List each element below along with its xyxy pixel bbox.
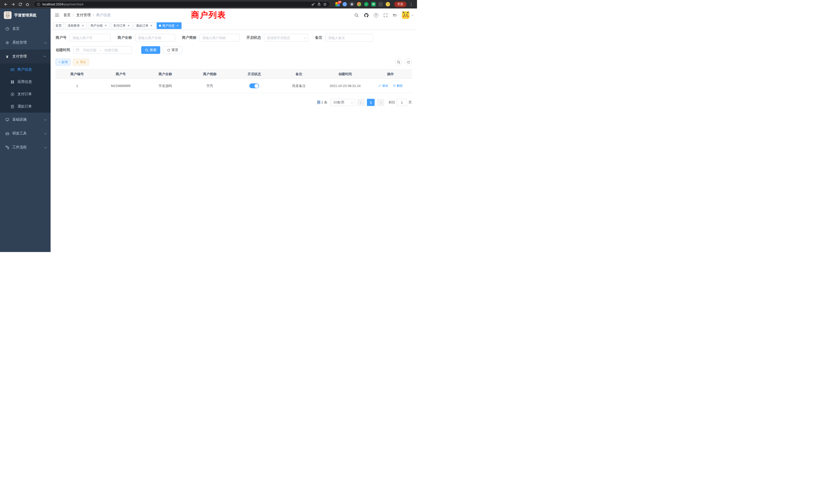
submenu-item-pay-order[interactable]: 支付订单: [0, 88, 50, 100]
header-search-icon[interactable]: [354, 13, 359, 18]
tab-process-form[interactable]: 流程表单×: [65, 22, 87, 29]
breadcrumb-payment[interactable]: 支付管理: [76, 13, 91, 18]
sidebar-item-home[interactable]: 首页: [0, 22, 50, 36]
extension-grid-icon[interactable]: 10: [335, 2, 340, 6]
password-key-icon[interactable]: [311, 2, 315, 6]
chevron-down-icon: [44, 146, 47, 148]
browser-menu-icon[interactable]: ⋮: [408, 2, 414, 7]
col-header: 商户编号: [56, 70, 98, 79]
help-icon[interactable]: ?: [374, 13, 378, 18]
date-range-picker[interactable]: -: [73, 46, 132, 54]
start-date-input[interactable]: [80, 48, 99, 52]
refresh-icon: [167, 48, 170, 52]
extension-drop-icon[interactable]: [343, 2, 347, 6]
delete-link[interactable]: 删除: [393, 84, 403, 88]
close-icon[interactable]: ×: [104, 24, 107, 27]
app-logo[interactable]: 芋道管理系统: [0, 8, 50, 22]
sidebar-item-system[interactable]: 系统管理: [0, 36, 50, 49]
search-button-label: 搜索: [150, 48, 156, 52]
browser-forward-button[interactable]: [10, 1, 17, 8]
font-size-icon[interactable]: TT: [393, 13, 397, 18]
sidebar-item-payment[interactable]: ¥ 支付管理: [0, 49, 50, 63]
payment-submenu: 商户信息 应用信息 支付订单 退款订单: [0, 63, 50, 113]
app-shell: 芋道管理系统 首页 系统管理 ¥ 支付管理: [0, 8, 417, 252]
sidebar-item-devtools[interactable]: 研发工具: [0, 127, 50, 140]
dashboard-icon: [5, 27, 9, 31]
status-select-input[interactable]: [264, 34, 308, 42]
page-content: 商户号 商户全称 商户简称 开启状态: [50, 30, 417, 252]
url-bar[interactable]: localhost:1024/pay/merchant: [34, 1, 330, 7]
sidebar-item-infrastructure[interactable]: 基础设施: [0, 113, 50, 127]
pagination-total-rest: 1 条: [321, 100, 327, 104]
search-button[interactable]: 搜索: [141, 46, 160, 54]
edit-link[interactable]: 修改: [378, 84, 388, 88]
breadcrumb-home[interactable]: 首页: [63, 13, 71, 18]
close-icon[interactable]: ×: [127, 24, 130, 27]
extension-puzzle-icon[interactable]: [378, 2, 383, 6]
merchant-short-name-input[interactable]: [199, 34, 240, 42]
tab-label: 用户分组: [90, 24, 103, 28]
page-number-button[interactable]: 1: [367, 99, 375, 106]
active-dot: [159, 25, 161, 27]
chevron-down-icon: [44, 132, 47, 135]
col-header: 商户号: [98, 70, 143, 79]
submenu-item-refund-order[interactable]: 退款订单: [0, 100, 50, 113]
extension-dark-circle-icon[interactable]: [350, 2, 354, 6]
submenu-item-app-info[interactable]: 应用信息: [0, 76, 50, 88]
extension-notes-icon[interactable]: [371, 2, 376, 6]
add-button[interactable]: + 新增: [56, 59, 70, 65]
url-path: /pay/merchant: [63, 3, 84, 6]
reset-button[interactable]: 重置: [163, 46, 182, 54]
col-header: 备注: [277, 70, 321, 79]
status-select[interactable]: [264, 34, 308, 42]
github-icon[interactable]: [364, 13, 369, 18]
bookmark-star-icon[interactable]: [323, 2, 327, 6]
sidebar-item-label: 工作流程: [12, 145, 44, 150]
site-info-icon[interactable]: [37, 3, 40, 6]
sidebar-item-workflow[interactable]: 工作流程: [0, 140, 50, 154]
browser-reload-button[interactable]: [17, 1, 24, 8]
page-size-value: 10条/页: [333, 100, 345, 105]
refresh-table-button[interactable]: [405, 59, 412, 66]
browser-back-button[interactable]: [3, 1, 9, 8]
next-page-button[interactable]: [377, 99, 385, 106]
merchant-name-input[interactable]: [135, 34, 175, 42]
filter-merchant-name: 商户全称: [117, 34, 175, 42]
status-toggle[interactable]: [249, 84, 259, 88]
reload-icon: [18, 2, 22, 6]
tab-user-group[interactable]: 用户分组×: [88, 22, 110, 29]
merchant-no-input[interactable]: [70, 34, 111, 42]
tab-merchant-info[interactable]: 商户信息×: [157, 22, 181, 29]
page-size-select[interactable]: 10条/页: [330, 99, 355, 106]
cell-short-name: 芋艿: [188, 79, 232, 93]
tab-home[interactable]: 首页: [53, 22, 64, 29]
share-icon[interactable]: [317, 2, 321, 6]
extension-check-icon[interactable]: [364, 2, 369, 6]
close-icon[interactable]: ×: [81, 24, 85, 27]
toggle-search-button[interactable]: [395, 59, 402, 66]
chrome-update-button[interactable]: 更新: [394, 2, 407, 7]
tab-pay-order[interactable]: 支付订单×: [111, 22, 132, 29]
extension-emoji-icon[interactable]: [386, 2, 390, 6]
export-button[interactable]: 导出: [73, 59, 89, 65]
collapse-sidebar-icon[interactable]: [55, 13, 59, 18]
close-icon[interactable]: ×: [150, 24, 153, 27]
sidebar-item-label: 首页: [12, 26, 46, 31]
goto-page-input[interactable]: [397, 99, 407, 106]
browser-home-button[interactable]: [24, 1, 31, 8]
remark-input[interactable]: [325, 34, 373, 42]
end-date-input[interactable]: [102, 48, 120, 52]
prev-page-button[interactable]: [357, 99, 365, 106]
submenu-item-merchant-info[interactable]: 商户信息: [0, 63, 50, 76]
breadcrumb-current: 商户信息: [96, 13, 111, 18]
tab-refund-order[interactable]: 退款订单×: [134, 22, 155, 29]
tab-label: 支付订单: [113, 24, 126, 28]
url-host: localhost:1024: [42, 3, 63, 6]
close-icon[interactable]: ×: [176, 24, 179, 27]
extension-avatar-icon[interactable]: [357, 2, 361, 6]
monitor-icon: [5, 118, 9, 122]
fullscreen-icon[interactable]: [383, 13, 388, 18]
cell-merchant-no: M233666999: [98, 79, 143, 93]
user-menu[interactable]: [402, 11, 413, 19]
breadcrumb-separator: /: [73, 13, 74, 17]
